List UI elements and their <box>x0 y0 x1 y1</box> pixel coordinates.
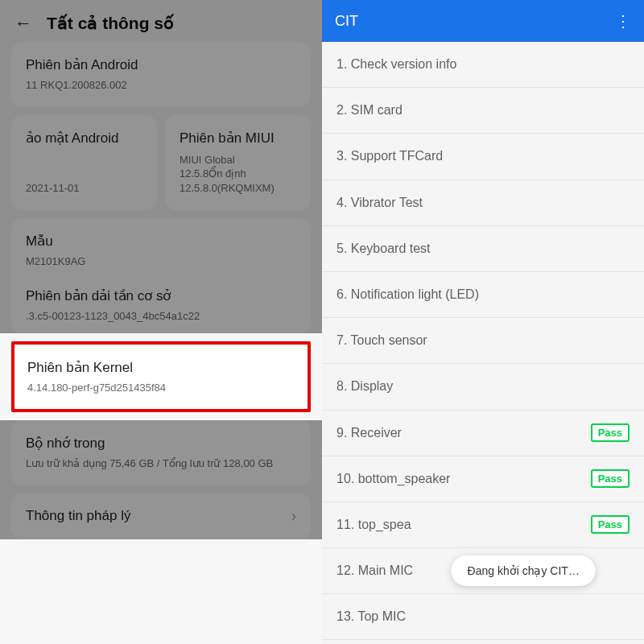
legal-info-label: Thông tin pháp lý <box>26 508 130 524</box>
security-patch-label: ảo mật Android <box>26 130 142 147</box>
more-icon[interactable]: ⋮ <box>615 13 631 29</box>
legal-info-row[interactable]: Thông tin pháp lý › <box>11 493 311 539</box>
cit-item-label: 5. Keyboard test <box>336 242 431 256</box>
storage-card[interactable]: Bộ nhớ trong Lưu trữ khả dụng 75,46 GB /… <box>11 420 311 485</box>
kernel-version-card[interactable]: Phiên bản Kernel 4.14.180-perf-g75d25143… <box>11 341 311 413</box>
kernel-version-value: 4.14.180-perf-g75d251435f84 <box>27 381 295 395</box>
cit-item-label: 9. Receiver <box>336 426 402 440</box>
cit-item-7[interactable]: 7. Touch sensor <box>322 318 644 364</box>
cit-item-label: 10. bottom_speaker <box>336 472 450 486</box>
back-icon[interactable]: ← <box>14 13 32 34</box>
cit-item-13[interactable]: 13. Top MIC <box>322 594 644 640</box>
miui-version-label: Phiên bản MIUI <box>180 130 296 147</box>
cit-item-5[interactable]: 5. Keyboard test <box>322 226 644 272</box>
cit-item-9[interactable]: 9. ReceiverPass <box>322 411 644 456</box>
cit-item-label: 8. Display <box>336 379 393 394</box>
cit-item-label: 13. Top MIC <box>336 609 406 624</box>
storage-value: Lưu trữ khả dụng 75,46 GB / Tổng lưu trữ… <box>26 456 296 471</box>
cit-item-6[interactable]: 6. Notification light (LED) <box>322 272 644 318</box>
settings-header: ← Tất cả thông số <box>0 0 322 42</box>
cit-item-3[interactable]: 3. Support TFCard <box>322 134 644 180</box>
pass-badge: Pass <box>591 469 630 488</box>
android-version-value: 11 RKQ1.200826.002 <box>26 78 296 93</box>
chevron-right-icon: › <box>291 508 296 525</box>
cit-item-4[interactable]: 4. Vibrator Test <box>322 180 644 226</box>
cit-item-2[interactable]: 2. SIM card <box>322 88 644 134</box>
baseband-label: Phiên bản dải tần cơ sở <box>26 287 296 304</box>
model-label: Mẫu <box>26 233 296 250</box>
cit-item-label: 11. top_spea <box>336 518 411 532</box>
android-version-label: Phiên bản Android <box>26 56 296 73</box>
settings-screen: ← Tất cả thông số Phiên bản Android 11 R… <box>0 0 322 644</box>
cit-item-label: 2. SIM card <box>336 103 402 118</box>
cit-appbar: CIT ⋮ <box>322 0 644 42</box>
miui-version-card[interactable]: Phiên bản MIUI MIUI Global 12.5.8Ổn định… <box>165 115 311 210</box>
kernel-version-label: Phiên bản Kernel <box>27 359 295 376</box>
storage-label: Bộ nhớ trong <box>26 435 296 452</box>
security-patch-card[interactable]: ảo mật Android 2021-11-01 <box>11 115 157 210</box>
cit-item-1[interactable]: 1. Check version info <box>322 42 644 88</box>
baseband-value: .3.c5-00123-1123_0043_4bc54a1c22 <box>26 309 296 324</box>
cit-item-11[interactable]: 11. top_speaPass <box>322 502 644 548</box>
cit-title: CIT <box>335 13 358 30</box>
page-title: Tất cả thông số <box>47 14 174 33</box>
cit-item-10[interactable]: 10. bottom_speakerPass <box>322 456 644 502</box>
android-version-card[interactable]: Phiên bản Android 11 RKQ1.200826.002 <box>11 42 311 107</box>
cit-item-label: 7. Touch sensor <box>336 333 427 348</box>
security-patch-value: 2021-11-01 <box>26 181 142 196</box>
cit-item-label: 3. Support TFCard <box>336 149 443 163</box>
cit-item-label: 12. Main MIC <box>336 564 413 578</box>
cit-item-label: 4. Vibrator Test <box>336 196 423 210</box>
model-baseband-card[interactable]: Mẫu M2101K9AG Phiên bản dải tần cơ sở .3… <box>11 218 311 333</box>
miui-version-value: MIUI Global 12.5.8Ổn định 12.5.8.0(RKQMI… <box>180 153 296 196</box>
cit-item-label: 1. Check version info <box>336 57 456 72</box>
cit-screen: CIT ⋮ 1. Check version info2. SIM card3.… <box>322 0 644 644</box>
cit-test-list: 1. Check version info2. SIM card3. Suppo… <box>322 42 644 644</box>
cit-item-label: 6. Notification light (LED) <box>336 287 479 302</box>
model-value: M2101K9AG <box>26 254 296 269</box>
pass-badge: Pass <box>591 423 630 442</box>
pass-badge: Pass <box>591 515 630 534</box>
cit-item-8[interactable]: 8. Display <box>322 364 644 410</box>
launching-toast: Đang khởi chạy CIT… <box>452 555 596 586</box>
